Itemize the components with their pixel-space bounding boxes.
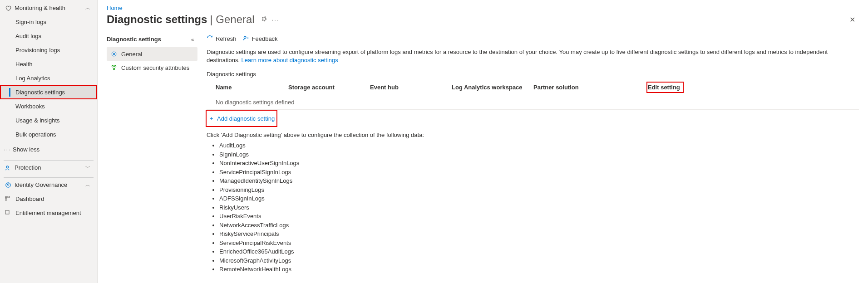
sidebar-item-bulk-operations[interactable]: Bulk operations <box>0 127 97 142</box>
learn-more-link[interactable]: Learn more about diagnostic settings <box>242 57 338 63</box>
refresh-icon <box>207 35 213 43</box>
pin-icon[interactable] <box>261 16 267 24</box>
sidebar-item-diagnostic-settings[interactable]: Diagnostic settings <box>0 85 97 99</box>
refresh-button[interactable]: Refresh <box>207 35 237 43</box>
list-item: NonInteractiveUserSignInLogs <box>219 159 859 168</box>
sidebar-item-audit-logs[interactable]: Audit logs <box>0 29 97 43</box>
th-storage: Storage account <box>288 84 370 91</box>
description-text: Diagnostic settings are used to configur… <box>207 48 859 66</box>
th-eventhub: Event hub <box>370 84 452 91</box>
svg-point-8 <box>112 65 113 67</box>
th-edit: Edit setting <box>647 82 683 93</box>
sidebar-item-signin-logs[interactable]: Sign-in logs <box>0 15 97 29</box>
list-item: ProvisioningLogs <box>219 185 859 195</box>
left-sidebar: Monitoring & health ︿ Sign-in logs Audit… <box>0 0 98 283</box>
secondnav-item-label: Custom security attributes <box>121 64 189 71</box>
sidebar-item-provisioning-logs[interactable]: Provisioning logs <box>0 43 97 57</box>
empty-message: No diagnostic settings defined <box>216 99 647 106</box>
sidebar-group-protection-label: Protection <box>15 164 85 171</box>
sidebar-item-health[interactable]: Health <box>0 57 97 71</box>
sidebar-group-monitoring[interactable]: Monitoring & health ︿ <box>0 1 97 15</box>
th-name: Name <box>216 84 288 91</box>
close-icon[interactable]: ✕ <box>846 14 859 26</box>
page-subtitle: | General <box>210 13 254 26</box>
svg-point-11 <box>244 36 246 39</box>
attributes-icon <box>110 64 118 71</box>
feedback-button[interactable]: Feedback <box>243 35 278 43</box>
sidebar-group-monitoring-label: Monitoring & health <box>15 5 85 11</box>
shield-user-icon <box>4 165 13 171</box>
svg-point-2 <box>7 184 9 185</box>
list-item: RiskyServicePrincipals <box>219 229 859 239</box>
list-item: RemoteNetworkHealthLogs <box>219 265 859 274</box>
package-icon <box>5 210 10 216</box>
list-item: SignInLogs <box>219 150 859 159</box>
data-types-list: AuditLogs SignInLogs NonInteractiveUserS… <box>207 138 859 274</box>
list-item: NetworkAccessTrafficLogs <box>219 221 859 230</box>
svg-point-10 <box>113 68 115 70</box>
chevron-up-icon: ︿ <box>85 181 92 188</box>
list-item: RiskyUsers <box>219 203 859 212</box>
resource-menu: Diagnostic settings « General Custom sec… <box>98 31 197 283</box>
breadcrumb-home[interactable]: Home <box>107 5 123 11</box>
secondnav-item-label: General <box>121 51 142 58</box>
resource-menu-header: Diagnostic settings « <box>107 31 197 47</box>
gear-icon <box>110 50 118 58</box>
svg-rect-6 <box>5 210 9 214</box>
toolbar: Refresh Feedback <box>207 31 859 48</box>
svg-rect-5 <box>5 199 7 200</box>
sidebar-item-workbooks[interactable]: Workbooks <box>0 99 97 113</box>
svg-point-7 <box>113 53 115 55</box>
section-label: Diagnostic settings <box>207 66 859 79</box>
feedback-icon <box>243 35 249 43</box>
more-icon[interactable]: ··· <box>272 16 280 23</box>
table-header: Name Storage account Event hub Log Analy… <box>207 79 859 95</box>
settings-table: Name Storage account Event hub Log Analy… <box>207 79 859 110</box>
list-item: ServicePrincipalSignInLogs <box>219 168 859 177</box>
table-row-empty: No diagnostic settings defined <box>207 95 859 109</box>
title-row: Diagnostic settings | General ··· ✕ <box>98 11 868 31</box>
collapse-icon[interactable]: « <box>191 37 194 42</box>
sidebar-item-dashboard[interactable]: Dashboard <box>0 192 97 206</box>
th-partner: Partner solution <box>533 84 602 91</box>
content-panel: Refresh Feedback Diagnostic settings are… <box>197 31 868 283</box>
sidebar-show-less[interactable]: ··· Show less <box>0 142 97 157</box>
list-item: MicrosoftGraphActivityLogs <box>219 256 859 265</box>
svg-point-9 <box>114 65 116 67</box>
plus-icon: ＋ <box>208 114 214 122</box>
identity-icon <box>4 182 13 188</box>
sidebar-item-usage-insights[interactable]: Usage & insights <box>0 113 97 127</box>
sidebar-item-log-analytics[interactable]: Log Analytics <box>0 71 97 85</box>
breadcrumb: Home <box>98 0 868 11</box>
dashboard-icon <box>5 195 10 202</box>
list-item: UserRiskEvents <box>219 212 859 221</box>
list-item: EnrichedOffice365AuditLogs <box>219 247 859 256</box>
list-item: ServicePrincipalRiskEvents <box>219 239 859 248</box>
svg-rect-4 <box>8 196 10 198</box>
sidebar-group-protection[interactable]: Protection ﹀ <box>0 161 97 175</box>
sidebar-item-entitlement[interactable]: Entitlement management <box>0 206 97 220</box>
add-diagnostic-setting-button[interactable]: ＋ Add diagnostic setting <box>207 111 276 126</box>
ellipsis-icon: ··· <box>4 146 13 153</box>
th-law: Log Analytics workspace <box>452 84 533 91</box>
list-item: ManagedIdentitySignInLogs <box>219 176 859 185</box>
sidebar-group-identity-label: Identity Governance <box>15 181 85 188</box>
instruction-text: Click 'Add Diagnostic setting' above to … <box>207 126 859 138</box>
main-area: Home Diagnostic settings | General ··· ✕… <box>98 0 868 283</box>
list-item: ADFSSignInLogs <box>219 194 859 203</box>
svg-rect-3 <box>5 196 7 198</box>
secondnav-item-custom-sec-attrs[interactable]: Custom security attributes <box>107 61 197 74</box>
sidebar-group-identity[interactable]: Identity Governance ︿ <box>0 178 97 192</box>
chevron-down-icon: ﹀ <box>85 164 92 171</box>
chevron-up-icon: ︿ <box>85 5 92 11</box>
secondnav-item-general[interactable]: General <box>107 47 197 61</box>
page-title: Diagnostic settings <box>107 13 207 26</box>
heart-icon <box>4 5 13 11</box>
list-item: AuditLogs <box>219 141 859 150</box>
svg-point-0 <box>6 166 9 168</box>
